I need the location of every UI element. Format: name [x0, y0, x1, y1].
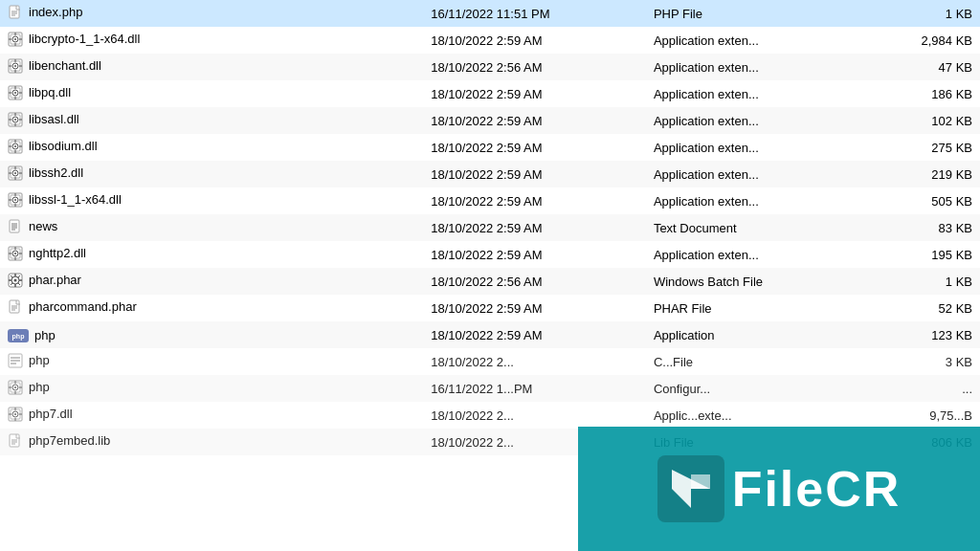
table-row[interactable]: libssl-1_1-x64.dll18/10/2022 2:59 AMAppl… [0, 187, 980, 214]
table-row[interactable]: libcrypto-1_1-x64.dll18/10/2022 2:59 AMA… [0, 27, 980, 54]
file-date-cell: 18/10/2022 2... [423, 348, 646, 375]
file-type-cell: Text Document [646, 214, 869, 241]
page-icon [8, 5, 23, 20]
file-type-cell: Application exten... [646, 27, 869, 54]
filename-text: pharcommand.phar [29, 299, 137, 314]
table-row[interactable]: nghttp2.dll18/10/2022 2:59 AMApplication… [0, 241, 980, 268]
file-name-cell: news [0, 214, 423, 241]
file-size-cell: 1 KB [869, 0, 980, 27]
table-row[interactable]: libenchant.dll18/10/2022 2:56 AMApplicat… [0, 54, 980, 80]
file-date-cell: 16/11/2022 1...PM [423, 375, 646, 402]
filename-text: php7.dll [29, 407, 73, 421]
table-row[interactable]: php18/10/2022 2...C...File3 KB [0, 348, 980, 375]
file-type-cell: Configur... [646, 375, 869, 402]
page-icon [8, 299, 23, 315]
file-type-cell: Application exten... [646, 134, 869, 161]
svg-point-68 [14, 253, 16, 254]
file-name-cell: libsasl.dll [0, 107, 423, 134]
file-icon-name: pharcommand.phar [8, 299, 137, 315]
file-type-cell: Windows Batch File [646, 268, 869, 295]
svg-point-7 [14, 38, 16, 40]
filename-text: libenchant.dll [29, 58, 101, 73]
table-row[interactable]: news18/10/2022 2:59 AMText Document83 KB [0, 214, 980, 241]
svg-marker-114 [691, 474, 710, 489]
file-date-cell: 18/10/2022 2:59 AM [423, 27, 646, 54]
file-type-cell: Application [646, 321, 869, 348]
dll-icon [8, 246, 23, 261]
filename-text: libssh2.dll [29, 165, 83, 180]
file-type-cell: Application exten... [646, 107, 869, 134]
dll-icon [8, 85, 23, 100]
file-size-cell: 47 KB [869, 54, 980, 80]
file-name-cell: phar.phar [0, 268, 423, 295]
file-date-cell: 18/10/2022 2:59 AM [423, 161, 646, 187]
file-date-cell: 18/10/2022 2:59 AM [423, 295, 646, 321]
file-size-cell: 195 KB [869, 241, 980, 268]
filename-text: php7embed.lib [29, 433, 110, 448]
svg-point-23 [14, 92, 16, 94]
file-name-cell: phpphp [0, 321, 423, 348]
table-row[interactable]: php16/11/2022 1...PMConfigur...... [0, 375, 980, 402]
filename-text: news [29, 219, 57, 233]
file-icon-name: nghttp2.dll [8, 246, 86, 261]
phar-icon [8, 273, 23, 288]
table-row[interactable]: pharcommand.phar18/10/2022 2:59 AMPHAR F… [0, 295, 980, 321]
file-type-cell: Application exten... [646, 187, 869, 214]
filename-text: libpq.dll [29, 85, 71, 99]
table-row[interactable]: libsodium.dll18/10/2022 2:59 AMApplicati… [0, 134, 980, 161]
file-size-cell: 123 KB [869, 321, 980, 348]
config-icon [8, 353, 23, 368]
file-icon-name: libpq.dll [8, 85, 71, 100]
file-size-cell: ... [869, 375, 980, 402]
file-type-cell: C...File [646, 348, 869, 375]
filename-text: php [29, 353, 50, 367]
svg-point-31 [14, 119, 16, 121]
filename-text: php [29, 380, 50, 394]
file-size-cell: 83 KB [869, 214, 980, 241]
svg-point-103 [14, 413, 16, 415]
watermark-logo: FileCR [657, 455, 902, 522]
table-row[interactable]: php7.dll18/10/2022 2...Applic...exte...9… [0, 402, 980, 429]
file-name-cell: index.php [0, 0, 423, 27]
file-name-cell: php [0, 375, 423, 402]
file-type-cell: Application exten... [646, 241, 869, 268]
file-name-cell: php7embed.lib [0, 429, 423, 455]
file-name-cell: libpq.dll [0, 80, 423, 107]
file-type-cell: Application exten... [646, 54, 869, 80]
file-icon-name: php [8, 353, 50, 368]
file-name-cell: php [0, 348, 423, 375]
file-size-cell: 275 KB [869, 134, 980, 161]
table-row[interactable]: phar.phar18/10/2022 2:56 AMWindows Batch… [0, 268, 980, 295]
dll-icon [8, 380, 23, 395]
file-name-cell: php7.dll [0, 402, 423, 429]
file-date-cell: 18/10/2022 2:56 AM [423, 54, 646, 80]
table-row[interactable]: libssh2.dll18/10/2022 2:59 AMApplication… [0, 161, 980, 187]
file-date-cell: 18/10/2022 2:59 AM [423, 107, 646, 134]
table-row[interactable]: index.php16/11/2022 11:51 PMPHP File1 KB [0, 0, 980, 27]
dll-icon [8, 407, 23, 422]
table-row[interactable]: phpphp18/10/2022 2:59 AMApplication123 K… [0, 321, 980, 348]
php-badge-icon: php [8, 329, 29, 342]
file-size-cell: 102 KB [869, 107, 980, 134]
filename-text: index.php [29, 5, 82, 19]
watermark-overlay: FileCR [578, 427, 980, 551]
file-icon-name: libssl-1_1-x64.dll [8, 192, 122, 208]
file-icon-name: index.php [8, 5, 82, 20]
table-row[interactable]: libsasl.dll18/10/2022 2:59 AMApplication… [0, 107, 980, 134]
dll-icon [8, 192, 23, 208]
file-size-cell: 52 KB [869, 295, 980, 321]
file-name-cell: libenchant.dll [0, 54, 423, 80]
filename-text: libsodium.dll [29, 139, 98, 153]
file-icon-name: libenchant.dll [8, 58, 101, 74]
file-date-cell: 18/10/2022 2... [423, 402, 646, 429]
file-icon-name: phpphp [8, 328, 56, 342]
file-size-cell: 2,984 KB [869, 27, 980, 54]
filename-text: phar.phar [29, 273, 81, 287]
file-size-cell: 1 KB [869, 268, 980, 295]
file-size-cell: 9,75...B [869, 402, 980, 429]
table-row[interactable]: libpq.dll18/10/2022 2:59 AMApplication e… [0, 80, 980, 107]
file-date-cell: 16/11/2022 11:51 PM [423, 0, 646, 27]
file-size-cell: 186 KB [869, 80, 980, 107]
svg-point-39 [14, 145, 16, 147]
file-type-cell: Application exten... [646, 161, 869, 187]
